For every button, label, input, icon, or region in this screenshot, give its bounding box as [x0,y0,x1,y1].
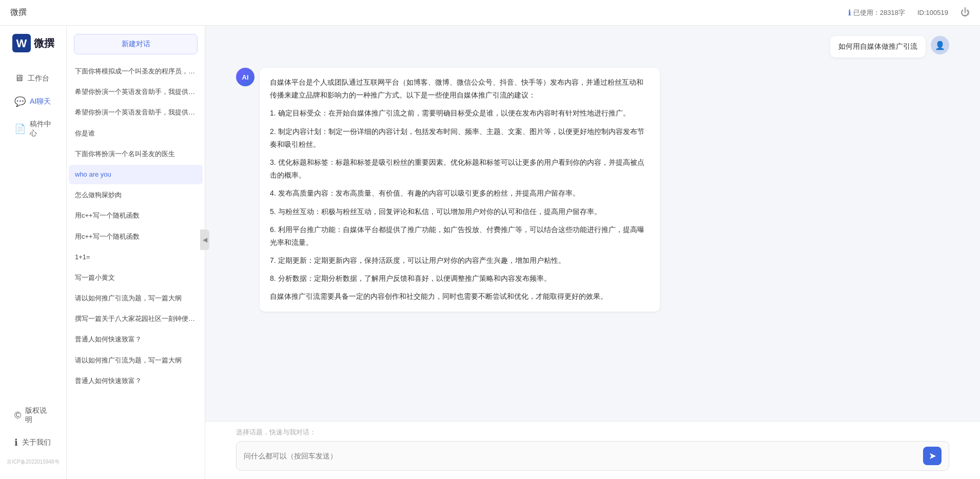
sidebar-item-copyright[interactable]: © 版权说明 [4,401,62,430]
ai-chat-icon: 💬 [14,96,26,107]
usage-area: ℹ 已使用：28318字 [848,8,905,17]
topbar-title: 微撰 [10,7,27,18]
chat-input[interactable] [244,452,923,460]
user-avatar: 👤 [931,36,949,54]
ai-paragraph: 自媒体平台是个人或团队通过互联网平台（如博客、微博、微信公众号、抖音、快手等）发… [270,76,650,102]
logo-text: 微撰 [34,36,54,50]
list-item[interactable]: 希望你扮演一个英语发音助手，我提供给你... [69,103,203,122]
list-item[interactable]: 普通人如何快速致富？ [69,371,203,391]
info-icon: ℹ [848,8,851,17]
ai-paragraph: 1. 确定目标受众：在开始自媒体推广引流之前，需要明确目标受众是谁，以便在发布内… [270,107,650,120]
ai-paragraph: 3. 优化标题和标签：标题和标签是吸引粉丝的重要因素。优化标题和标签可以让更多的… [270,156,650,182]
icp-text: 京ICP备2022015948号 [0,455,66,469]
list-item[interactable]: 撰写一篇关于八大家花园社区一刻钟便民生... [69,309,203,329]
workbench-label: 工作台 [28,74,49,83]
id-text: ID:100519 [917,9,948,16]
workbench-icon: 🖥 [14,73,24,84]
ai-paragraph: 2. 制定内容计划：制定一份详细的内容计划，包括发布时间、频率、主题、文案、图片… [270,125,650,151]
ai-paragraph: 7. 定期更新：定期更新内容，保持活跃度，可以让用户对你的内容产生兴趣，增加用户… [270,254,650,267]
topbar-right: ℹ 已使用：28318字 ID:100519 ⏻ [848,7,970,18]
svg-text:W: W [16,37,27,50]
copyright-label: 版权说明 [25,406,52,425]
chat-input-area: 选择话题，快速与我对话： ➤ [205,421,980,479]
user-message-content: 如何用自媒体做推广引流 [830,36,926,58]
ai-message-content: 自媒体平台是个人或团队通过互联网平台（如博客、微博、微信公众号、抖音、快手等）发… [260,68,660,312]
new-conversation-button[interactable]: 新建对话 [74,34,198,54]
chat-area: 如何用自媒体做推广引流 👤 AI 自媒体平台是个人或团队通过互联网平台（如博客、… [205,26,980,479]
sidebar-item-ai-chat[interactable]: 💬 AI聊天 [4,91,62,112]
list-item[interactable]: 请以如何推广引流为题，写一篇大纲 [69,289,203,308]
copyright-icon: © [14,410,21,421]
conv-panel: 新建对话 下面你将模拟成一个叫圣友的程序员，我说...希望你扮演一个英语发音助手… [67,26,205,479]
list-item[interactable]: 你是谁 [69,124,203,143]
ai-paragraph: 自媒体推广引流需要具备一定的内容创作和社交能力，同时也需要不断尝试和优化，才能取… [270,290,650,303]
nav-bottom: © 版权说明 ℹ 关于我们 京ICP备2022015948号 [0,401,66,479]
ai-paragraph: 5. 与粉丝互动：积极与粉丝互动，回复评论和私信，可以增加用户对你的认可和信任，… [270,205,650,218]
list-item[interactable]: 下面你将扮演一个名叫圣友的医生 [69,144,203,164]
about-icon: ℹ [14,437,18,448]
chevron-left-icon: ◀ [203,236,207,243]
logo-icon: W [12,34,31,52]
conversation-list: 下面你将模拟成一个叫圣友的程序员，我说...希望你扮演一个英语发音助手，我提供给… [67,61,205,479]
sidebar-item-about[interactable]: ℹ 关于我们 [4,432,62,453]
user-message: 如何用自媒体做推广引流 👤 [236,36,949,58]
input-box: ➤ [236,441,949,471]
list-item[interactable]: 1+1= [69,247,203,267]
left-nav: W 微撰 🖥 工作台 💬 AI聊天 📄 稿件中心 © 版权说明 [0,26,67,479]
main-layout: W 微撰 🖥 工作台 💬 AI聊天 📄 稿件中心 © 版权说明 [0,26,980,479]
power-icon[interactable]: ⏻ [961,7,970,18]
about-label: 关于我们 [22,438,51,447]
drafts-icon: 📄 [14,123,26,135]
send-button[interactable]: ➤ [923,447,942,465]
list-item[interactable]: 请以如何推广引流为题，写一篇大纲 [69,351,203,370]
ai-paragraph: 8. 分析数据：定期分析数据，了解用户反馈和喜好，以便调整推广策略和内容发布频率… [270,272,650,285]
send-icon: ➤ [929,450,936,462]
ai-chat-label: AI聊天 [30,97,51,106]
list-item[interactable]: 用c++写一个随机函数 [69,206,203,225]
ai-paragraph: 6. 利用平台推广功能：自媒体平台都提供了推广功能，如广告投放、付费推广等，可以… [270,223,650,249]
ai-avatar: AI [236,68,254,86]
list-item[interactable]: 怎么做狗屎炒肉 [69,185,203,205]
nav-items: 🖥 工作台 💬 AI聊天 📄 稿件中心 [0,68,66,143]
list-item[interactable]: 用c++写一个随机函数 [69,227,203,246]
logo-area: W 微撰 [7,34,60,52]
ai-paragraph: 4. 发布高质量内容：发布高质量、有价值、有趣的内容可以吸引更多的粉丝，并提高用… [270,187,650,200]
topic-hint: 选择话题，快速与我对话： [236,428,949,437]
sidebar-item-drafts[interactable]: 📄 稿件中心 [4,114,62,143]
topbar: 微撰 ℹ 已使用：28318字 ID:100519 ⏻ [0,0,980,26]
list-item[interactable]: who are you [69,165,203,184]
list-item[interactable]: 希望你扮演一个英语发音助手，我提供给你... [69,82,203,102]
sidebar-item-workbench[interactable]: 🖥 工作台 [4,68,62,89]
usage-text: 已使用：28318字 [853,8,905,17]
drafts-label: 稿件中心 [30,120,52,138]
collapse-panel-button[interactable]: ◀ [200,229,209,250]
list-item[interactable]: 普通人如何快速致富？ [69,330,203,349]
list-item[interactable]: 下面你将模拟成一个叫圣友的程序员，我说... [69,62,203,81]
chat-messages: 如何用自媒体做推广引流 👤 AI 自媒体平台是个人或团队通过互联网平台（如博客、… [205,26,980,421]
list-item[interactable]: 写一篇小黄文 [69,268,203,288]
ai-message: AI 自媒体平台是个人或团队通过互联网平台（如博客、微博、微信公众号、抖音、快手… [236,68,949,312]
